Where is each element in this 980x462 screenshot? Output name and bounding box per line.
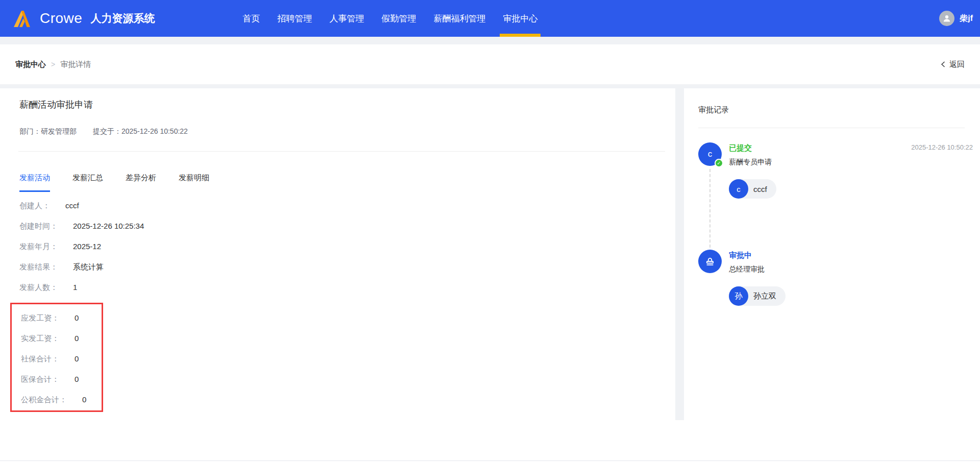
approval-detail-card: 薪酬活动审批申请 部门：研发管理部 提交于：2025-12-26 10:50:2… xyxy=(4,88,675,420)
nav-item-home[interactable]: 首页 xyxy=(242,0,260,37)
divider xyxy=(698,128,965,128)
submitted-at-value: 2025-12-26 10:50:22 xyxy=(121,127,188,135)
breadcrumb-current-page: 审批详情 xyxy=(60,60,91,69)
approval-timeline: c ✓ 已提交 2025-12-26 10:50:22 薪酬专员申请 c ccc… xyxy=(698,142,973,357)
field-medical-insurance-total: 医保合计：0 xyxy=(21,374,102,384)
step-avatar: c ✓ xyxy=(698,142,722,166)
avatar: 孙 xyxy=(729,286,748,306)
crowe-mountain-logo-icon xyxy=(13,9,34,28)
main-nav: 首页 招聘管理 人事管理 假勤管理 薪酬福利管理 审批中心 xyxy=(242,0,537,37)
field-housing-fund-total: 公积金合计：0 xyxy=(21,395,102,405)
brand-word: Crowe xyxy=(40,10,82,27)
avatar: c xyxy=(729,179,748,199)
person-name: 孙立双 xyxy=(753,291,776,301)
brand: Crowe 人力资源系统 xyxy=(13,0,155,37)
status-badge: 已提交 xyxy=(729,142,752,154)
status-badge: 审批中 xyxy=(729,250,752,261)
avatar-letter: c xyxy=(708,149,713,159)
section-gap xyxy=(0,84,980,88)
detail-meta: 部门：研发管理部 提交于：2025-12-26 10:50:22 xyxy=(19,126,660,136)
step-avatar xyxy=(698,250,722,273)
user-name: 柴jf xyxy=(960,13,973,24)
breadcrumb-root[interactable]: 审批中心 xyxy=(15,60,46,69)
tab-payroll-summary[interactable]: 发薪汇总 xyxy=(72,173,103,192)
nav-item-personnel[interactable]: 人事管理 xyxy=(329,0,364,37)
step-body: 已提交 2025-12-26 10:50:22 薪酬专员申请 c cccf xyxy=(729,142,973,250)
step-body: 审批中 总经理审批 孙 孙立双 xyxy=(729,250,973,357)
divider xyxy=(0,460,980,461)
approval-record-panel: 审批记录 c ✓ 已提交 2025-12-26 10:50:22 薪酬专员申请 xyxy=(684,88,979,420)
app-header: Crowe 人力资源系统 首页 招聘管理 人事管理 假勤管理 薪酬福利管理 审批… xyxy=(0,0,980,37)
highlight-red-box: 应发工资：0 实发工资：0 社保合计：0 医保合计：0 公积金合计：0 xyxy=(10,303,103,412)
header-user[interactable]: 柴jf xyxy=(939,0,973,37)
user-icon xyxy=(939,11,954,26)
step-timestamp: 2025-12-26 10:50:22 xyxy=(911,142,973,153)
divider xyxy=(18,151,665,152)
person-chip: c cccf xyxy=(729,179,776,199)
stamp-icon xyxy=(703,255,717,268)
department-label: 部门： xyxy=(19,127,41,135)
chevron-left-icon xyxy=(940,61,946,68)
nav-item-approval-center[interactable]: 审批中心 xyxy=(503,0,537,37)
field-gross-salary: 应发工资：0 xyxy=(21,313,102,323)
nav-item-recruit[interactable]: 招聘管理 xyxy=(277,0,312,37)
page-title: 薪酬活动审批申请 xyxy=(19,99,660,111)
field-pay-result: 发薪结果：系统计算 xyxy=(19,262,675,272)
nav-item-attendance[interactable]: 假勤管理 xyxy=(381,0,416,37)
card-gap xyxy=(675,88,684,420)
field-pay-month: 发薪年月：2025-12 xyxy=(19,241,675,252)
back-button[interactable]: 返回 xyxy=(940,60,965,69)
department-value: 研发管理部 xyxy=(41,127,77,135)
approval-step-submitted: c ✓ 已提交 2025-12-26 10:50:22 薪酬专员申请 c ccc… xyxy=(698,142,973,250)
approval-step-in-review: 审批中 总经理审批 孙 孙立双 xyxy=(698,250,973,357)
submitted-at-label: 提交于： xyxy=(93,127,121,135)
field-create-time: 创建时间：2025-12-26 10:25:34 xyxy=(19,221,675,231)
brand-product-name: 人力资源系统 xyxy=(90,11,155,26)
step-description: 总经理审批 xyxy=(729,264,973,274)
back-button-label: 返回 xyxy=(949,60,965,69)
step-description: 薪酬专员申请 xyxy=(729,157,973,167)
tab-payroll-detail[interactable]: 发薪明细 xyxy=(179,173,209,192)
breadcrumb-separator-icon: > xyxy=(51,60,55,68)
breadcrumb: 审批中心 > 审批详情 xyxy=(15,60,91,69)
field-net-salary: 实发工资：0 xyxy=(21,333,102,344)
section-gap xyxy=(0,37,980,44)
person-name: cccf xyxy=(753,185,767,193)
detail-tabs: 发薪活动 发薪汇总 差异分析 发薪明细 xyxy=(19,173,660,192)
page: Crowe 人力资源系统 首页 招聘管理 人事管理 假勤管理 薪酬福利管理 审批… xyxy=(0,0,980,462)
person-chip: 孙 孙立双 xyxy=(729,286,786,306)
panel-title: 审批记录 xyxy=(698,105,973,115)
tab-difference-analysis[interactable]: 差异分析 xyxy=(126,173,156,192)
field-headcount: 发薪人数：1 xyxy=(19,282,675,293)
field-list: 创建人：cccf 创建时间：2025-12-26 10:25:34 发薪年月：2… xyxy=(4,201,675,412)
nav-item-compensation[interactable]: 薪酬福利管理 xyxy=(433,0,485,37)
check-badge-icon: ✓ xyxy=(715,159,723,167)
breadcrumb-bar: 审批中心 > 审批详情 返回 xyxy=(0,44,980,84)
content-area: 薪酬活动审批申请 部门：研发管理部 提交于：2025-12-26 10:50:2… xyxy=(0,88,980,420)
tab-payroll-activity[interactable]: 发薪活动 xyxy=(19,173,50,192)
field-social-insurance-total: 社保合计：0 xyxy=(21,354,102,364)
field-creator: 创建人：cccf xyxy=(19,201,675,211)
